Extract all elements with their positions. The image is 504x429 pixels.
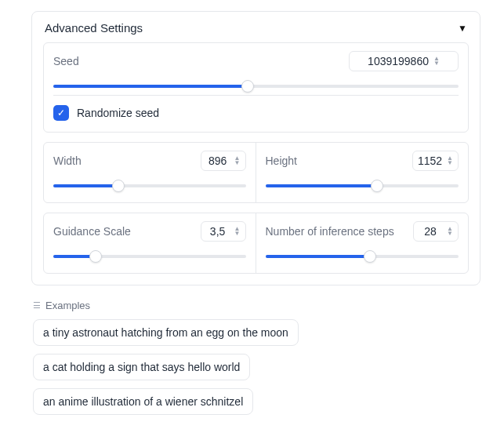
width-slider[interactable] bbox=[53, 180, 246, 191]
stepper-icon[interactable]: ▲▼ bbox=[234, 156, 241, 165]
panel-title: Advanced Settings bbox=[45, 21, 143, 35]
randomize-checkbox[interactable]: ✓ bbox=[53, 105, 69, 121]
seed-slider[interactable] bbox=[53, 81, 459, 92]
guidance-label: Guidance Scale bbox=[53, 225, 131, 238]
seed-input[interactable]: 1039199860 ▲▼ bbox=[349, 51, 459, 71]
randomize-row: ✓ Randomize seed bbox=[53, 95, 459, 121]
steps-slider[interactable] bbox=[266, 251, 459, 262]
dimensions-section: Width 896 ▲▼ Height 1152 ▲▼ bbox=[43, 142, 469, 203]
examples-header: ☰ Examples bbox=[33, 300, 480, 311]
height-label: Height bbox=[266, 155, 297, 167]
stepper-icon[interactable]: ▲▼ bbox=[447, 156, 453, 165]
seed-label: Seed bbox=[53, 55, 79, 67]
guidance-input[interactable]: 3,5 ▲▼ bbox=[201, 221, 246, 242]
height-value: 1152 bbox=[418, 155, 442, 167]
guidance-slider[interactable] bbox=[53, 251, 246, 262]
panel-header[interactable]: Advanced Settings ▼ bbox=[43, 21, 469, 35]
list-icon: ☰ bbox=[33, 300, 41, 311]
seed-value: 1039199860 bbox=[368, 55, 429, 67]
inference-section: Guidance Scale 3,5 ▲▼ Number of inferenc… bbox=[43, 213, 469, 274]
seed-section: Seed 1039199860 ▲▼ ✓ Randomize seed bbox=[43, 42, 469, 133]
stepper-icon[interactable]: ▲▼ bbox=[447, 227, 453, 236]
example-chip[interactable]: a cat holding a sign that says hello wor… bbox=[33, 354, 250, 380]
stepper-icon[interactable]: ▲▼ bbox=[234, 227, 241, 236]
width-value: 896 bbox=[206, 155, 230, 167]
guidance-value: 3,5 bbox=[206, 225, 230, 238]
example-chip[interactable]: a tiny astronaut hatching from an egg on… bbox=[33, 319, 299, 346]
randomize-label: Randomize seed bbox=[77, 107, 159, 119]
width-input[interactable]: 896 ▲▼ bbox=[201, 151, 246, 171]
example-chip[interactable]: an anime illustration of a wiener schnit… bbox=[33, 388, 253, 415]
advanced-settings-panel: Advanced Settings ▼ Seed 1039199860 ▲▼ ✓… bbox=[31, 11, 480, 285]
collapse-icon[interactable]: ▼ bbox=[458, 23, 467, 34]
width-label: Width bbox=[53, 155, 82, 167]
steps-input[interactable]: 28 ▲▼ bbox=[413, 221, 459, 242]
height-slider[interactable] bbox=[266, 180, 459, 191]
steps-value: 28 bbox=[419, 225, 442, 238]
height-input[interactable]: 1152 ▲▼ bbox=[412, 151, 459, 171]
steps-label: Number of inference steps bbox=[266, 225, 394, 238]
stepper-icon[interactable]: ▲▼ bbox=[433, 56, 440, 66]
examples-title: Examples bbox=[45, 300, 90, 311]
examples-section: ☰ Examples a tiny astronaut hatching fro… bbox=[31, 300, 480, 423]
